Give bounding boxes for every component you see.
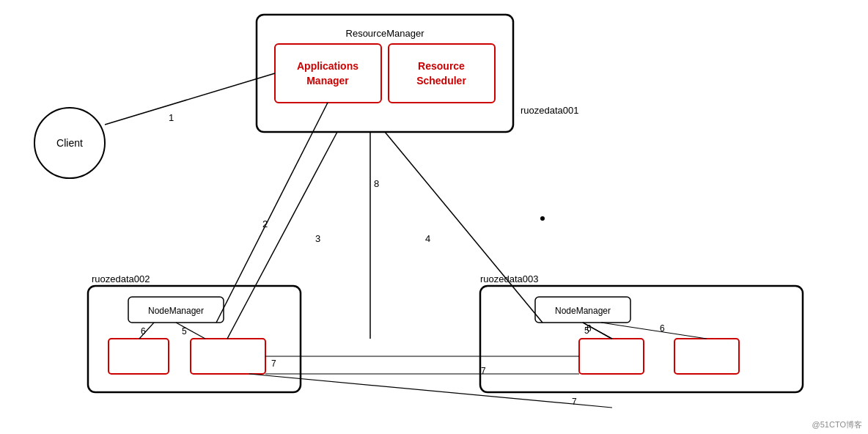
svg-text:7: 7 <box>572 397 577 407</box>
svg-line-29 <box>385 132 542 323</box>
svg-rect-15 <box>108 339 169 374</box>
svg-text:2: 2 <box>262 218 268 229</box>
svg-text:Client: Client <box>56 137 83 149</box>
svg-text:4: 4 <box>425 233 430 244</box>
svg-line-23 <box>105 73 275 125</box>
diagram-container: Client ResourceManager Applications Mana… <box>0 0 868 434</box>
svg-text:Manager: Manager <box>306 75 349 87</box>
svg-text:NodeManager: NodeManager <box>555 306 611 316</box>
svg-text:6: 6 <box>586 323 592 334</box>
svg-text:3: 3 <box>315 233 320 244</box>
svg-text:Scheduler: Scheduler <box>416 75 466 87</box>
watermark-label: @51CTO博客 <box>812 419 862 430</box>
svg-text:ResourceManager: ResourceManager <box>346 28 425 39</box>
svg-rect-16 <box>191 339 265 374</box>
svg-text:8: 8 <box>374 178 379 189</box>
diagram-svg: Client ResourceManager Applications Mana… <box>0 0 868 434</box>
svg-text:7: 7 <box>481 366 486 376</box>
svg-text:5: 5 <box>182 326 187 336</box>
svg-rect-22 <box>674 339 739 374</box>
svg-text:6: 6 <box>141 326 146 336</box>
svg-text:Applications: Applications <box>297 60 358 72</box>
svg-rect-21 <box>579 339 644 374</box>
svg-text:NodeManager: NodeManager <box>148 306 204 316</box>
svg-text:1: 1 <box>169 112 174 123</box>
svg-text:6: 6 <box>660 323 665 334</box>
svg-rect-4 <box>275 44 381 103</box>
svg-text:ruozedata001: ruozedata001 <box>521 105 579 116</box>
svg-rect-7 <box>389 44 495 103</box>
svg-text:7: 7 <box>271 358 276 369</box>
svg-text:Resource: Resource <box>418 60 465 72</box>
svg-text:ruozedata002: ruozedata002 <box>92 273 150 284</box>
svg-point-50 <box>540 216 545 221</box>
